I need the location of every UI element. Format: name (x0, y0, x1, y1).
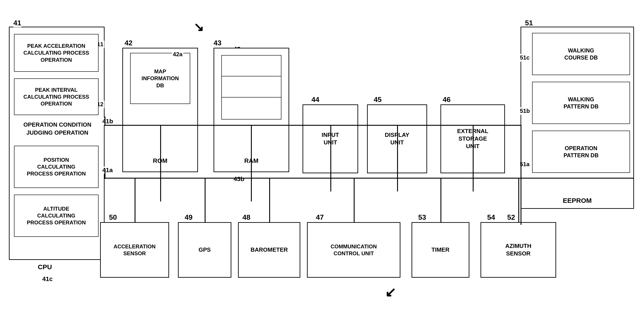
cpu-label: CPU (38, 263, 52, 271)
altitude-calc-block: ALTITUDECALCULATINGPROCESS OPERATION (14, 195, 98, 237)
eeprom-bus-v-upper (520, 125, 522, 225)
walking-course-text: WALKINGCOURSE DB (564, 47, 598, 61)
accel-sensor-block: ACCELERATIONSENSOR (100, 222, 169, 278)
walking-pattern-db-block: WALKINGPATTERN DB (532, 82, 630, 124)
timer-text: TIMER (432, 246, 450, 254)
cpu-outer-block: 411 412 PEAK ACCELERATIONCALCULATING PRO… (9, 27, 104, 260)
label-41b: 41b (102, 118, 113, 125)
label-43b: 43b (234, 175, 244, 183)
op-condition-text: OPERATION CONDITIONJUDGING OPERATION (15, 121, 100, 137)
rom-bus-v (160, 125, 161, 201)
altitude-calc-text: ALTITUDECALCULATINGPROCESS OPERATION (27, 205, 86, 226)
upper-bus-h (104, 125, 520, 126)
label-51b: 51b (519, 107, 531, 115)
barometer-block: BAROMETER (238, 222, 300, 278)
label-42a: 42a (172, 51, 183, 58)
cpu-lower-bus-v (104, 169, 106, 179)
op-pattern-text: OPERATIONPATTERN DB (564, 145, 598, 159)
label-50: 50 (109, 213, 117, 221)
gps-bus-v (205, 178, 206, 222)
label-42: 42 (124, 39, 132, 47)
gps-block: GPS (178, 222, 231, 278)
label-47: 47 (316, 213, 324, 221)
eeprom-outer-block: WALKINGCOURSE DB 51c WALKINGPATTERN DB 5… (520, 27, 634, 209)
input-bus-v (330, 125, 331, 191)
peak-interval-text: PEAK INTERVALCALCULATING PROCESSOPERATIO… (23, 86, 89, 107)
ext-storage-bus-v (473, 125, 474, 191)
arrow4-symbol: ↘ (194, 20, 204, 34)
barometer-text: BAROMETER (250, 246, 288, 254)
diagram: ↘ 411 412 PEAK ACCELERATIONCALCULATING P… (0, 0, 644, 321)
azimuth-sensor-block: AZIMUTHSENSOR (480, 222, 556, 278)
walking-pattern-text: WALKINGPATTERN DB (564, 96, 598, 110)
gps-text: GPS (199, 246, 211, 254)
comm-control-block: COMMUNICATIONCONTROL UNIT (307, 222, 400, 278)
eeprom-label: EEPROM (563, 196, 592, 205)
map-info-text: MAPINFORMATIONDB (142, 68, 179, 89)
map-info-db-block: MAPINFORMATIONDB (130, 53, 190, 104)
label-53: 53 (418, 213, 426, 221)
cpu-upper-bus-v (104, 117, 106, 126)
azimuth-sensor-text: AZIMUTHSENSOR (506, 242, 532, 257)
comm-bus-v (354, 178, 354, 222)
lower-bus-h (104, 178, 634, 179)
label-52: 52 (507, 213, 515, 221)
label-51c: 51c (519, 54, 530, 62)
position-calc-text: POSITIONCALCULATINGPROCESS OPERATION (27, 157, 86, 177)
peak-accel-block: PEAK ACCELERATIONCALCULATING PROCESSOPER… (14, 34, 98, 72)
peak-interval-block: PEAK INTERVALCALCULATING PROCESSOPERATIO… (14, 78, 98, 115)
bottom-arrow: ↙ (385, 284, 396, 300)
op-pattern-db-block: OPERATIONPATTERN DB (532, 131, 630, 173)
label-51: 51 (525, 19, 533, 27)
label-46: 46 (443, 96, 451, 104)
label-48: 48 (242, 213, 250, 221)
label-49: 49 (185, 213, 193, 221)
label-41: 41 (13, 19, 21, 27)
accel-sensor-text: ACCELERATIONSENSOR (114, 243, 156, 257)
label-43: 43 (214, 39, 222, 47)
label-41a: 41a (102, 166, 113, 174)
walking-course-db-block: WALKINGCOURSE DB (532, 33, 630, 75)
label-41c: 41c (42, 276, 53, 283)
peak-accel-text: PEAK ACCELERATIONCALCULATING PROCESSOPER… (23, 42, 89, 63)
timer-bus-v (440, 178, 441, 222)
label-54: 54 (487, 213, 495, 221)
baro-bus-v (269, 178, 270, 222)
ram-inner-box (221, 55, 282, 120)
label-44: 44 (312, 96, 320, 104)
timer-block: TIMER (412, 222, 469, 278)
label-45: 45 (374, 96, 382, 104)
display-bus-v (397, 125, 398, 191)
position-calc-block: POSITIONCALCULATINGPROCESS OPERATION (14, 146, 98, 188)
comm-control-text: COMMUNICATIONCONTROL UNIT (330, 243, 377, 257)
azimuth-bus-v (518, 178, 519, 222)
ram-bus-v2 (251, 125, 252, 178)
accel-bus-v (134, 178, 136, 222)
